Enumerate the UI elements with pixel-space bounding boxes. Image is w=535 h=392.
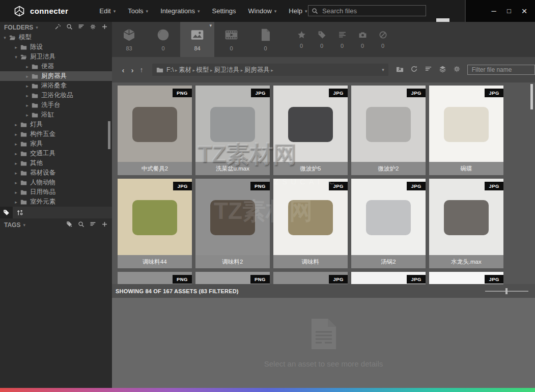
asset-card[interactable]: JPG碗碟: [429, 86, 503, 175]
folders-panel-header[interactable]: FOLDERS ▾: [0, 22, 112, 33]
up-button[interactable]: ↑: [137, 66, 146, 74]
asset-card[interactable]: JPG汤锅2: [351, 179, 426, 268]
filter-file-input[interactable]: [471, 66, 531, 74]
menu-settings[interactable]: Settings: [208, 5, 241, 17]
gear-button[interactable]: [453, 65, 461, 75]
breadcrumb-segment[interactable]: 模型: [196, 66, 209, 73]
folder-item[interactable]: ▸陈设: [0, 42, 112, 52]
folder-item[interactable]: ▸人物动物: [0, 178, 112, 187]
tags-panel-header[interactable]: TAGS ▾: [0, 219, 112, 230]
expand-arrow-icon[interactable]: ▸: [24, 113, 30, 118]
back-button[interactable]: ‹: [119, 66, 128, 74]
expand-arrow-icon[interactable]: ▸: [13, 190, 19, 195]
global-search-box[interactable]: [308, 5, 426, 16]
folder-item[interactable]: ▸洗手台: [0, 100, 112, 110]
bars-button[interactable]: [425, 65, 432, 75]
expand-arrow-icon[interactable]: ▸: [24, 64, 30, 69]
filter-tab-files[interactable]: 0: [248, 22, 283, 57]
expand-arrow-icon[interactable]: ▸: [13, 142, 19, 147]
filter-tab-collections[interactable]: 0: [332, 22, 352, 57]
tag-filter-toggle[interactable]: [0, 207, 13, 218]
tag-sort-bar[interactable]: [13, 207, 112, 218]
expand-arrow-icon[interactable]: ▸: [13, 151, 19, 156]
filter-tab-renders[interactable]: 0: [352, 22, 373, 57]
folder-item[interactable]: ▾模型: [0, 33, 112, 42]
folder-item[interactable]: ▸淋浴桑拿: [0, 81, 112, 91]
folder-item[interactable]: ▸卫浴化妆品: [0, 91, 112, 100]
asset-card[interactable]: JPG: [273, 272, 348, 284]
sidebar-scrollbar[interactable]: [108, 121, 110, 149]
folder-item[interactable]: ▸浴缸: [0, 110, 112, 120]
folder-item[interactable]: ▸器材设备: [0, 168, 112, 178]
asset-card[interactable]: JPG微波炉2: [351, 86, 426, 175]
locate-folder-button[interactable]: [396, 65, 404, 75]
filter-tab-favorites[interactable]: 0: [291, 22, 312, 57]
expand-arrow-icon[interactable]: ▸: [24, 74, 30, 79]
folder-item[interactable]: ▸家具: [0, 139, 112, 149]
folder-item[interactable]: ▸厨房器具: [0, 71, 112, 81]
search-input[interactable]: [321, 7, 423, 15]
folder-item[interactable]: ▸构件五金: [0, 129, 112, 139]
magnifier-button[interactable]: [66, 23, 73, 32]
grid-scrollbar[interactable]: [530, 84, 533, 109]
expand-arrow-icon[interactable]: ▸: [13, 45, 19, 50]
expand-arrow-icon[interactable]: ▸: [24, 83, 30, 89]
tag-edit-button[interactable]: [66, 221, 73, 229]
expand-arrow-icon[interactable]: ▸: [13, 200, 19, 205]
layers-button[interactable]: [439, 65, 446, 75]
expand-arrow-icon[interactable]: ▾: [13, 54, 19, 60]
expand-arrow-icon[interactable]: ▸: [13, 171, 19, 176]
filter-tab-images[interactable]: 84▾: [180, 22, 214, 57]
folder-item[interactable]: ▸室外元素: [0, 197, 112, 207]
filter-tab-tagged[interactable]: 0: [312, 22, 332, 57]
folder-item[interactable]: ▸灯具: [0, 120, 112, 129]
expand-arrow-icon[interactable]: ▾: [2, 35, 8, 40]
expand-arrow-icon[interactable]: ▸: [13, 180, 19, 185]
filter-tab-materials[interactable]: 0: [146, 22, 180, 57]
thumbnail-size-slider[interactable]: [485, 291, 528, 292]
plus-button[interactable]: [101, 221, 108, 229]
filter-tab-videos[interactable]: 0: [214, 22, 248, 57]
forward-button[interactable]: ›: [128, 66, 137, 74]
folder-item[interactable]: ▸日用饰品: [0, 187, 112, 197]
slider-handle[interactable]: [505, 288, 508, 294]
refresh-button[interactable]: [410, 65, 418, 75]
folder-item[interactable]: ▸其他: [0, 158, 112, 168]
folder-item[interactable]: ▸交通工具: [0, 149, 112, 158]
asset-card[interactable]: JPG水龙头.max: [429, 179, 503, 268]
filter-tab-models[interactable]: 83: [112, 22, 146, 57]
filter-file-box[interactable]: [467, 65, 535, 75]
asset-card[interactable]: PNG: [195, 272, 270, 284]
asset-card[interactable]: JPG: [351, 272, 426, 284]
breadcrumb-segment[interactable]: F:\: [166, 66, 174, 73]
breadcrumb[interactable]: F:\ ▸ 素材 ▸ 模型 ▸ 厨卫洁具 ▸ 厨房器具 ▸ ▾: [152, 64, 388, 76]
expand-arrow-icon[interactable]: ▸: [13, 122, 19, 127]
expand-arrow-icon[interactable]: ▸: [24, 93, 30, 98]
filter-tab-no-preview[interactable]: 0: [373, 22, 393, 57]
menu-tools[interactable]: Tools▾: [123, 5, 153, 17]
bars-button[interactable]: [90, 221, 96, 229]
wand-button[interactable]: [54, 23, 61, 32]
breadcrumb-segment[interactable]: 厨房器具: [244, 66, 270, 73]
close-button[interactable]: ×: [518, 5, 531, 18]
magnifier-button[interactable]: [78, 221, 85, 229]
breadcrumb-segment[interactable]: 厨卫洁具: [214, 66, 239, 73]
menu-edit[interactable]: Edit▾: [95, 5, 120, 17]
folder-item[interactable]: ▾厨卫洁具: [0, 52, 112, 62]
expand-arrow-icon[interactable]: ▸: [13, 132, 19, 137]
menu-integrations[interactable]: Integrations▾: [156, 5, 204, 17]
breadcrumb-dropdown-caret[interactable]: ▾: [382, 67, 384, 72]
breadcrumb-segment[interactable]: 素材: [179, 66, 191, 73]
maximize-button[interactable]: □: [502, 5, 516, 18]
bars-button[interactable]: [78, 23, 85, 32]
expand-arrow-icon[interactable]: ▸: [13, 161, 19, 166]
folder-item[interactable]: ▸便器: [0, 62, 112, 71]
gear-button[interactable]: [90, 23, 96, 32]
minimize-button[interactable]: ─: [487, 5, 500, 18]
asset-card[interactable]: JPG: [429, 272, 503, 284]
asset-card[interactable]: PNG中式餐具2: [118, 86, 192, 175]
plus-button[interactable]: [101, 23, 108, 32]
asset-card[interactable]: PNG: [118, 272, 192, 284]
menu-window[interactable]: Window▾: [244, 5, 281, 17]
expand-arrow-icon[interactable]: ▸: [24, 103, 30, 108]
